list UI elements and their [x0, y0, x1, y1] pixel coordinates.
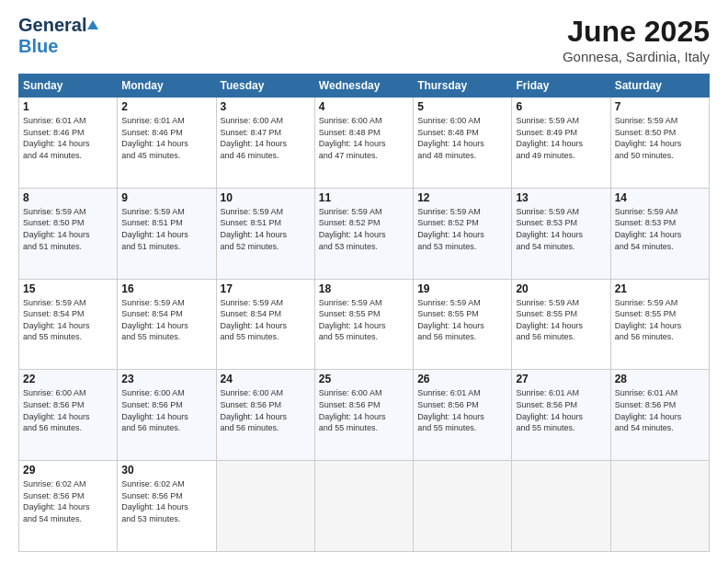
calendar-cell: 12Sunrise: 5:59 AM Sunset: 8:52 PM Dayli…: [414, 188, 512, 279]
subtitle: Gonnesa, Sardinia, Italy: [563, 49, 710, 64]
calendar-cell: 17Sunrise: 5:59 AM Sunset: 8:54 PM Dayli…: [216, 279, 314, 370]
calendar-cell: [216, 461, 314, 552]
calendar-cell: 6Sunrise: 5:59 AM Sunset: 8:49 PM Daylig…: [512, 98, 610, 189]
page: General Blue June 2025 Gonnesa, Sardinia…: [0, 0, 728, 563]
header: General Blue June 2025 Gonnesa, Sardinia…: [18, 15, 710, 64]
day-info: Sunrise: 5:59 AM Sunset: 8:55 PM Dayligh…: [516, 297, 606, 343]
day-number: 24: [221, 373, 311, 385]
day-number: 11: [319, 191, 409, 204]
day-number: 9: [121, 191, 211, 204]
day-info: Sunrise: 6:02 AM Sunset: 8:56 PM Dayligh…: [23, 478, 113, 524]
calendar-week-row: 1Sunrise: 6:01 AM Sunset: 8:46 PM Daylig…: [19, 98, 710, 189]
day-number: 20: [516, 282, 606, 295]
calendar-cell: 1Sunrise: 6:01 AM Sunset: 8:46 PM Daylig…: [19, 98, 118, 189]
day-info: Sunrise: 5:59 AM Sunset: 8:49 PM Dayligh…: [516, 115, 606, 161]
title-area: June 2025 Gonnesa, Sardinia, Italy: [563, 15, 710, 64]
day-info: Sunrise: 6:00 AM Sunset: 8:48 PM Dayligh…: [417, 115, 507, 161]
calendar-cell: 30Sunrise: 6:02 AM Sunset: 8:56 PM Dayli…: [118, 461, 216, 552]
calendar-cell: 9Sunrise: 5:59 AM Sunset: 8:51 PM Daylig…: [118, 188, 216, 279]
day-info: Sunrise: 6:02 AM Sunset: 8:56 PM Dayligh…: [121, 478, 211, 524]
day-info: Sunrise: 5:59 AM Sunset: 8:53 PM Dayligh…: [516, 206, 606, 252]
day-info: Sunrise: 6:00 AM Sunset: 8:47 PM Dayligh…: [221, 115, 311, 161]
day-info: Sunrise: 5:59 AM Sunset: 8:50 PM Dayligh…: [23, 206, 113, 252]
day-info: Sunrise: 6:01 AM Sunset: 8:56 PM Dayligh…: [615, 387, 705, 433]
day-info: Sunrise: 6:00 AM Sunset: 8:56 PM Dayligh…: [23, 387, 113, 433]
calendar-header-friday: Friday: [512, 75, 610, 98]
day-info: Sunrise: 6:00 AM Sunset: 8:56 PM Dayligh…: [221, 387, 311, 433]
day-number: 16: [121, 282, 211, 295]
day-info: Sunrise: 5:59 AM Sunset: 8:55 PM Dayligh…: [615, 297, 705, 343]
logo-blue: Blue: [18, 36, 58, 57]
calendar-cell: 4Sunrise: 6:00 AM Sunset: 8:48 PM Daylig…: [314, 98, 413, 189]
day-number: 18: [319, 282, 409, 295]
calendar-cell: 29Sunrise: 6:02 AM Sunset: 8:56 PM Dayli…: [19, 461, 118, 552]
day-number: 1: [23, 100, 113, 113]
calendar-week-row: 8Sunrise: 5:59 AM Sunset: 8:50 PM Daylig…: [19, 188, 710, 279]
logo-general: General: [18, 15, 86, 36]
calendar-cell: 19Sunrise: 5:59 AM Sunset: 8:55 PM Dayli…: [414, 279, 512, 370]
day-number: 13: [516, 191, 606, 204]
day-number: 19: [417, 282, 507, 295]
day-number: 8: [23, 191, 113, 204]
day-info: Sunrise: 5:59 AM Sunset: 8:54 PM Dayligh…: [23, 297, 113, 343]
day-number: 21: [615, 282, 705, 295]
day-info: Sunrise: 5:59 AM Sunset: 8:55 PM Dayligh…: [417, 297, 507, 343]
day-number: 7: [615, 100, 705, 113]
calendar-cell: 2Sunrise: 6:01 AM Sunset: 8:46 PM Daylig…: [118, 98, 216, 189]
day-number: 3: [221, 100, 311, 113]
calendar-header-monday: Monday: [118, 75, 216, 98]
calendar-cell: 28Sunrise: 6:01 AM Sunset: 8:56 PM Dayli…: [610, 370, 709, 461]
calendar-header-saturday: Saturday: [610, 75, 709, 98]
day-info: Sunrise: 6:01 AM Sunset: 8:46 PM Dayligh…: [121, 115, 211, 161]
calendar-cell: 5Sunrise: 6:00 AM Sunset: 8:48 PM Daylig…: [414, 98, 512, 189]
day-number: 30: [121, 464, 211, 477]
calendar-cell: 20Sunrise: 5:59 AM Sunset: 8:55 PM Dayli…: [512, 279, 610, 370]
calendar-header-thursday: Thursday: [414, 75, 512, 98]
day-info: Sunrise: 5:59 AM Sunset: 8:52 PM Dayligh…: [417, 206, 507, 252]
day-number: 4: [319, 100, 409, 113]
day-info: Sunrise: 5:59 AM Sunset: 8:53 PM Dayligh…: [615, 206, 705, 252]
calendar-cell: 26Sunrise: 6:01 AM Sunset: 8:56 PM Dayli…: [414, 370, 512, 461]
day-info: Sunrise: 5:59 AM Sunset: 8:51 PM Dayligh…: [121, 206, 211, 252]
day-number: 6: [516, 100, 606, 113]
calendar-cell: 16Sunrise: 5:59 AM Sunset: 8:54 PM Dayli…: [118, 279, 216, 370]
calendar-cell: [512, 461, 610, 552]
day-info: Sunrise: 5:59 AM Sunset: 8:51 PM Dayligh…: [221, 206, 311, 252]
day-info: Sunrise: 6:00 AM Sunset: 8:48 PM Dayligh…: [319, 115, 409, 161]
day-info: Sunrise: 5:59 AM Sunset: 8:54 PM Dayligh…: [121, 297, 211, 343]
day-number: 27: [516, 373, 606, 385]
day-info: Sunrise: 5:59 AM Sunset: 8:50 PM Dayligh…: [615, 115, 705, 161]
calendar-header-wednesday: Wednesday: [314, 75, 413, 98]
calendar-cell: [414, 461, 512, 552]
calendar-cell: 24Sunrise: 6:00 AM Sunset: 8:56 PM Dayli…: [216, 370, 314, 461]
calendar-week-row: 29Sunrise: 6:02 AM Sunset: 8:56 PM Dayli…: [19, 461, 710, 552]
logo: General Blue: [18, 15, 98, 57]
calendar-week-row: 15Sunrise: 5:59 AM Sunset: 8:54 PM Dayli…: [19, 279, 710, 370]
day-number: 23: [121, 373, 211, 385]
day-number: 26: [417, 373, 507, 385]
day-number: 14: [615, 191, 705, 204]
calendar-cell: 14Sunrise: 5:59 AM Sunset: 8:53 PM Dayli…: [610, 188, 709, 279]
calendar-cell: 10Sunrise: 5:59 AM Sunset: 8:51 PM Dayli…: [216, 188, 314, 279]
calendar-week-row: 22Sunrise: 6:00 AM Sunset: 8:56 PM Dayli…: [19, 370, 710, 461]
calendar-header-sunday: Sunday: [19, 75, 118, 98]
main-title: June 2025: [563, 15, 710, 49]
calendar-cell: [610, 461, 709, 552]
day-info: Sunrise: 6:00 AM Sunset: 8:56 PM Dayligh…: [121, 387, 211, 433]
day-info: Sunrise: 5:59 AM Sunset: 8:54 PM Dayligh…: [221, 297, 311, 343]
day-number: 25: [319, 373, 409, 385]
calendar-cell: 3Sunrise: 6:00 AM Sunset: 8:47 PM Daylig…: [216, 98, 314, 189]
day-info: Sunrise: 5:59 AM Sunset: 8:52 PM Dayligh…: [319, 206, 409, 252]
day-number: 15: [23, 282, 113, 295]
calendar-cell: 18Sunrise: 5:59 AM Sunset: 8:55 PM Dayli…: [314, 279, 413, 370]
calendar-cell: 7Sunrise: 5:59 AM Sunset: 8:50 PM Daylig…: [610, 98, 709, 189]
day-number: 17: [221, 282, 311, 295]
calendar-cell: 11Sunrise: 5:59 AM Sunset: 8:52 PM Dayli…: [314, 188, 413, 279]
day-info: Sunrise: 6:01 AM Sunset: 8:46 PM Dayligh…: [23, 115, 113, 161]
calendar-cell: 23Sunrise: 6:00 AM Sunset: 8:56 PM Dayli…: [118, 370, 216, 461]
day-number: 5: [417, 100, 507, 113]
day-number: 12: [417, 191, 507, 204]
calendar-table: SundayMondayTuesdayWednesdayThursdayFrid…: [18, 74, 710, 552]
day-number: 10: [221, 191, 311, 204]
day-number: 22: [23, 373, 113, 385]
